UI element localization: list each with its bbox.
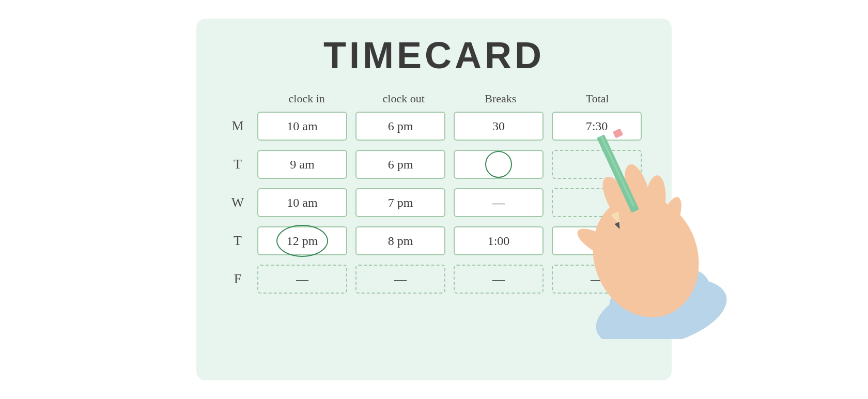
cell-total: 7:30: [552, 112, 642, 141]
header-clock-in: clock in: [258, 92, 355, 105]
header-day: [227, 92, 258, 105]
cell-clock-out: 7 pm: [355, 188, 445, 217]
cell-total: [552, 150, 642, 179]
timecard-card: TIMECARD clock in clock out Breaks Total…: [196, 19, 672, 380]
cell-breaks: 1:00: [454, 226, 544, 255]
day-label: T: [222, 157, 253, 172]
cell-clock-out: 6 pm: [355, 150, 445, 179]
cell-clock-in: 10 am: [257, 112, 347, 141]
cell-clock-in: 9 am: [257, 150, 347, 179]
cell-total: [552, 188, 642, 217]
day-label: T: [222, 233, 253, 249]
cell-total: 7:00: [552, 226, 642, 255]
cell-clock-in-circled: 12 pm: [257, 226, 347, 255]
table-header: clock in clock out Breaks Total: [222, 92, 646, 105]
day-label: F: [222, 271, 253, 287]
cell-breaks: 30: [454, 112, 544, 141]
header-total: Total: [549, 92, 646, 105]
header-breaks: Breaks: [452, 92, 549, 105]
cell-clock-out: 8 pm: [355, 226, 445, 255]
cell-clock-out: 6 pm: [355, 112, 445, 141]
table-row: F — — — —: [222, 263, 646, 296]
svg-point-5: [643, 174, 668, 229]
timecard-table: clock in clock out Breaks Total M 10 am …: [222, 92, 646, 296]
svg-point-6: [656, 194, 686, 241]
cell-breaks: —: [454, 188, 544, 217]
cell-breaks: [454, 150, 544, 179]
table-row: T 9 am 6 pm: [222, 148, 646, 181]
day-label: W: [222, 195, 253, 210]
header-clock-out: clock out: [355, 92, 453, 105]
table-row: T 12 pm 8 pm 1:00 7:00: [222, 224, 646, 257]
cell-clock-in: —: [257, 265, 347, 294]
cell-breaks: —: [454, 265, 544, 294]
day-label: M: [222, 118, 253, 134]
table-row: M 10 am 6 pm 30 7:30: [222, 110, 646, 143]
cell-clock-out: —: [355, 265, 445, 294]
page-title: TIMECARD: [222, 34, 646, 76]
cell-total: —: [552, 265, 642, 294]
cell-clock-in: 10 am: [257, 188, 347, 217]
table-row: W 10 am 7 pm —: [222, 186, 646, 219]
